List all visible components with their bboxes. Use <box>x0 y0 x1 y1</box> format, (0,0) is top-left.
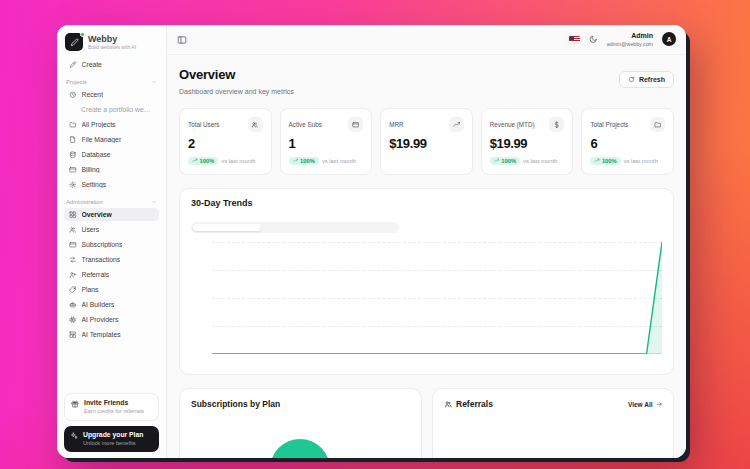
sidebar-item-label: Overview <box>82 211 112 218</box>
y-axis <box>191 242 207 354</box>
stat-label: Total Users <box>188 121 220 128</box>
invite-friends-card[interactable]: Invite Friends Earn credits for referral… <box>64 393 159 421</box>
sidebar-item-label: Referrals <box>82 271 110 278</box>
stat-card: Revenue (MTD) $19.99 100% vs last month <box>481 108 574 175</box>
sidebar-item[interactable]: Billing <box>64 163 159 177</box>
gift-icon <box>71 400 79 408</box>
sidebar-item-label: File Manager <box>82 136 122 143</box>
stat-card: Total Projects 6 100% vs last month <box>581 108 674 175</box>
sidebar-item-label: Subscriptions <box>82 241 123 248</box>
sidebar-item-label: Create a portfolio websit... <box>81 106 154 113</box>
content: Overview Dashboard overview and key metr… <box>167 55 686 458</box>
clock-icon <box>69 91 77 99</box>
app-title: Webby <box>88 34 136 44</box>
sidebar-item[interactable]: Users <box>64 223 159 237</box>
upgrade-plan-button[interactable]: Upgrade your Plan Unlock more benefits <box>64 426 159 452</box>
us-flag-icon[interactable] <box>569 36 580 44</box>
bot-icon <box>69 301 77 309</box>
stat-label: Total Projects <box>590 121 628 128</box>
stat-card: Total Users 2 100% vs last month <box>179 108 272 175</box>
sidebar-item-label: Recent <box>82 91 104 98</box>
brush-icon <box>70 38 79 47</box>
trend-chart <box>191 242 662 365</box>
users-icon <box>444 400 453 409</box>
trends-card: 30-Day Trends <box>179 188 674 375</box>
user-plus-icon <box>69 271 77 279</box>
sidebar-item[interactable]: Plans <box>64 283 159 297</box>
sidebar-item[interactable]: Referrals <box>64 268 159 282</box>
change-badge: 100% <box>188 157 218 165</box>
trends-title: 30-Day Trends <box>191 198 662 208</box>
invite-title: Invite Friends <box>84 399 144 408</box>
sidebar-item[interactable]: Settings <box>64 178 159 192</box>
sidebar-item[interactable]: All Projects <box>64 118 159 132</box>
projects-nav-list: Recent Create a portfolio websit... All … <box>64 88 159 193</box>
app-logo[interactable]: Webby Build websites with AI <box>65 33 158 51</box>
avatar[interactable]: A <box>662 32 676 46</box>
sidebar-item-label: Billing <box>82 166 100 173</box>
admin-nav-list: Overview Users Subscriptions Transaction… <box>64 208 159 343</box>
subscriptions-by-plan-card: Subscriptions by Plan <box>179 388 422 458</box>
refresh-button[interactable]: Refresh <box>619 71 674 88</box>
sidebar-item-create[interactable]: Create <box>64 58 159 72</box>
trend-tab[interactable] <box>329 224 397 231</box>
sparkles-icon <box>70 432 78 440</box>
sidebar-item[interactable]: AI Builders <box>64 298 159 312</box>
users-icon <box>69 226 77 234</box>
trend-tab[interactable] <box>193 224 261 231</box>
stat-value: $19.99 <box>389 137 464 151</box>
refresh-label: Refresh <box>639 76 665 83</box>
sidebar-item-label: AI Builders <box>82 301 115 308</box>
folder-icon <box>654 121 662 129</box>
trend-tab[interactable] <box>261 224 329 231</box>
credit-card-icon <box>352 121 360 129</box>
referrals-card: Referrals View All <box>432 388 675 458</box>
stat-value: 1 <box>289 137 364 151</box>
user-email: admin@webby.com <box>607 41 653 47</box>
sidebar-item[interactable]: Transactions <box>64 253 159 267</box>
referrals-title: Referrals <box>456 399 493 409</box>
administration-section-header[interactable]: Administration <box>66 199 157 205</box>
sidebar-item-label: Database <box>82 151 111 158</box>
sidebar-item[interactable]: Create a portfolio websit... <box>64 103 159 116</box>
credit-card-icon <box>69 241 77 249</box>
trending-up-icon <box>453 121 461 129</box>
sidebar-item[interactable]: Overview <box>64 208 159 222</box>
trending-up-icon <box>192 158 198 164</box>
stat-card: Active Subs 1 100% vs last month <box>280 108 373 175</box>
trending-up-icon <box>494 158 500 164</box>
credit-card-icon <box>69 166 77 174</box>
user-name: Admin <box>607 32 653 40</box>
plan-donut-chart <box>270 439 330 458</box>
page-title: Overview <box>179 67 294 82</box>
section-label: Projects <box>66 79 87 85</box>
invite-subtitle: Earn credits for referrals <box>84 408 144 415</box>
trends-tabs <box>191 222 399 233</box>
trending-up-icon <box>293 158 299 164</box>
folder-icon <box>69 121 77 129</box>
sidebar-item-label: Settings <box>82 181 107 188</box>
change-note: vs last month <box>523 158 557 164</box>
sidebar: Webby Build websites with AI Create Proj… <box>57 25 167 458</box>
upgrade-subtitle: Unlock more benefits <box>83 440 143 447</box>
projects-section-header[interactable]: Projects <box>66 79 157 85</box>
pencil-icon <box>69 61 77 69</box>
sidebar-item[interactable]: File Manager <box>64 133 159 147</box>
dollar-icon <box>553 121 561 129</box>
sidebar-item[interactable]: Recent <box>64 88 159 102</box>
moon-icon[interactable] <box>589 35 598 44</box>
brush-icon <box>65 33 83 51</box>
main-area: Admin admin@webby.com A Overview Dashboa… <box>167 25 686 458</box>
sidebar-item-label: Users <box>82 226 100 233</box>
change-badge: 100% <box>590 157 620 165</box>
sidebar-item[interactable]: Subscriptions <box>64 238 159 252</box>
sidebar-item[interactable]: Database <box>64 148 159 162</box>
gear-icon <box>69 181 77 189</box>
user-menu[interactable]: Admin admin@webby.com <box>607 32 653 46</box>
sidebar-item[interactable]: AI Providers <box>64 313 159 327</box>
sidebar-item[interactable]: AI Templates <box>64 328 159 342</box>
view-all-link[interactable]: View All <box>628 401 662 408</box>
sidebar-toggle-icon[interactable] <box>177 35 187 45</box>
sidebar-item-label: Create <box>82 61 102 68</box>
app-window: Webby Build websites with AI Create Proj… <box>57 25 686 458</box>
